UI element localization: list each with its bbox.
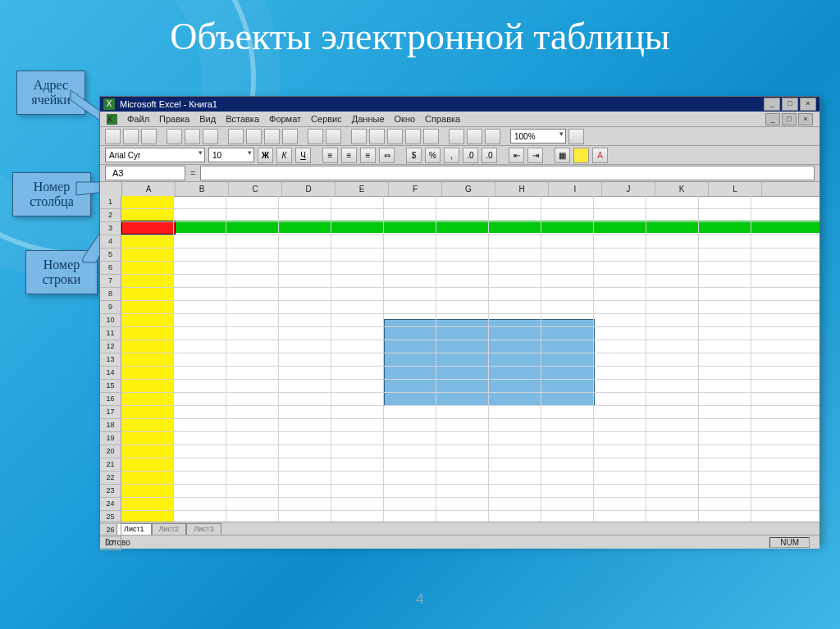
cell[interactable] [121, 301, 174, 313]
cell[interactable] [226, 406, 279, 418]
cell[interactable] [384, 262, 436, 274]
cell[interactable] [594, 327, 646, 340]
cell[interactable] [699, 340, 751, 353]
cell[interactable] [121, 367, 174, 379]
formula-bar[interactable] [200, 166, 815, 180]
cell[interactable] [699, 262, 751, 274]
row-header[interactable]: 17 [100, 406, 121, 419]
row-header[interactable]: 27 [100, 537, 121, 550]
cell[interactable] [331, 432, 384, 444]
cell[interactable] [226, 262, 279, 274]
cell[interactable] [121, 445, 174, 458]
sort-asc-icon[interactable] [405, 129, 421, 144]
cell[interactable] [279, 367, 331, 379]
cell[interactable] [436, 380, 489, 392]
cell[interactable] [489, 327, 541, 340]
cell[interactable] [699, 209, 751, 221]
cell[interactable] [594, 314, 646, 326]
cell[interactable] [279, 353, 331, 366]
copy-icon[interactable] [246, 129, 262, 144]
cell[interactable] [226, 458, 279, 471]
cell[interactable] [594, 222, 646, 235]
cell[interactable] [646, 235, 699, 248]
cell[interactable] [699, 393, 751, 405]
cell[interactable] [384, 353, 436, 366]
row-header[interactable]: 21 [100, 458, 121, 472]
cell[interactable] [121, 222, 174, 235]
save-icon[interactable] [141, 129, 157, 144]
select-all-corner[interactable] [100, 182, 122, 197]
row-header[interactable]: 15 [100, 380, 121, 393]
cell[interactable] [489, 196, 541, 208]
cell[interactable] [226, 222, 279, 235]
cell[interactable] [436, 419, 489, 431]
cell[interactable] [436, 222, 489, 235]
cell[interactable] [331, 248, 384, 261]
cell[interactable] [331, 196, 384, 208]
row-header[interactable]: 2 [100, 209, 121, 222]
cell[interactable] [541, 406, 594, 418]
cell[interactable] [646, 367, 699, 379]
cell[interactable] [226, 353, 279, 366]
cell[interactable] [699, 432, 751, 444]
cell[interactable] [541, 314, 594, 326]
font-name-combo[interactable]: Arial Cyr [105, 148, 205, 162]
cell[interactable] [436, 353, 489, 366]
cell[interactable] [226, 248, 279, 261]
cell[interactable] [489, 367, 541, 379]
cell[interactable] [699, 235, 751, 248]
cell[interactable] [384, 432, 436, 444]
cell[interactable] [121, 196, 174, 208]
cell[interactable] [541, 248, 594, 261]
cell[interactable] [489, 262, 541, 274]
cell[interactable] [279, 248, 331, 261]
cell[interactable] [226, 419, 279, 431]
cell[interactable] [121, 393, 174, 405]
cell[interactable] [384, 301, 436, 313]
cell[interactable] [384, 445, 436, 458]
row-header[interactable]: 8 [100, 288, 121, 301]
cell[interactable] [699, 353, 751, 366]
cell[interactable] [436, 248, 489, 261]
column-header[interactable]: E [336, 182, 389, 196]
cell[interactable] [121, 275, 174, 287]
cell[interactable] [384, 248, 436, 261]
cell[interactable] [226, 196, 279, 208]
cell[interactable] [279, 511, 331, 522]
cell[interactable] [121, 248, 174, 261]
cell[interactable] [699, 458, 751, 471]
cell[interactable] [699, 314, 751, 326]
cell[interactable] [489, 235, 541, 248]
drawing-icon[interactable] [485, 129, 500, 144]
cell[interactable] [489, 419, 541, 431]
row-header[interactable]: 19 [100, 432, 121, 445]
cell[interactable] [489, 445, 541, 458]
paste-icon[interactable] [264, 129, 280, 144]
column-header[interactable]: F [389, 182, 442, 196]
cell[interactable] [594, 432, 646, 444]
column-header[interactable]: J [602, 182, 655, 196]
cell[interactable] [279, 275, 331, 287]
row-header[interactable]: 13 [100, 353, 121, 367]
cell[interactable] [699, 327, 751, 340]
cell[interactable] [279, 445, 331, 458]
cell[interactable] [489, 498, 541, 510]
cell[interactable] [226, 498, 279, 510]
cell[interactable] [699, 511, 751, 522]
cell[interactable] [279, 472, 331, 484]
cell[interactable] [279, 222, 331, 235]
cell[interactable] [646, 209, 699, 221]
cell[interactable] [646, 301, 699, 313]
cell[interactable] [331, 327, 384, 340]
cell[interactable] [174, 262, 226, 274]
cell[interactable] [174, 472, 226, 484]
cell[interactable] [384, 222, 436, 235]
open-icon[interactable] [123, 129, 139, 144]
cell[interactable] [174, 498, 226, 510]
inc-indent-icon[interactable]: ⇥ [527, 148, 543, 163]
sum-icon[interactable] [369, 129, 385, 144]
cell[interactable] [489, 485, 541, 497]
cell[interactable] [646, 458, 699, 471]
cell[interactable] [384, 209, 436, 221]
cell[interactable] [594, 367, 646, 379]
